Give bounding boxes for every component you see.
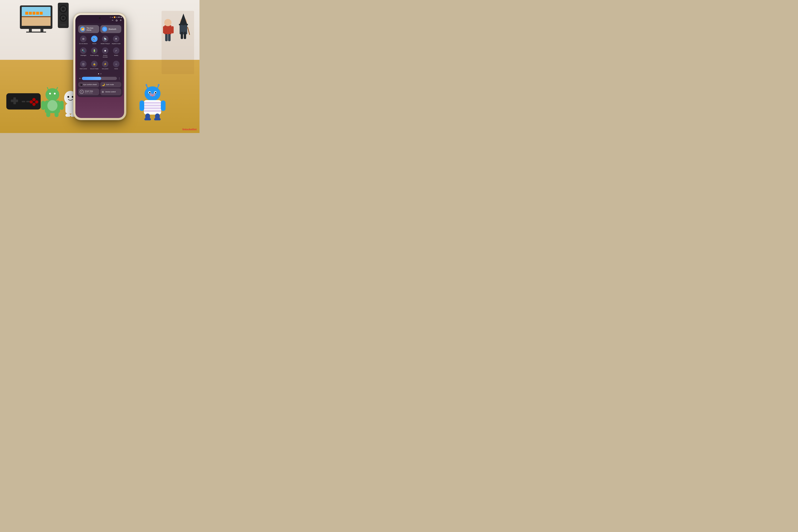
smart-view-icon: ⊙ xyxy=(80,90,84,94)
multicontrol-toggle[interactable]: ◫ Multi control xyxy=(78,60,89,71)
svg-rect-39 xyxy=(55,112,59,117)
svg-point-66 xyxy=(145,117,151,120)
hotspot-icon: 📡 xyxy=(104,38,107,40)
modes-icon-circle: ✓ xyxy=(113,48,119,54)
svg-point-42 xyxy=(68,96,69,98)
svg-rect-59 xyxy=(144,104,161,107)
svg-rect-63 xyxy=(161,100,166,111)
svg-point-27 xyxy=(30,100,33,103)
securefolder-label: Secure Folder xyxy=(90,68,98,70)
hotspot-label: Mobile Hotspot xyxy=(101,43,110,44)
home-toggle[interactable]: ⌂ Home xyxy=(111,60,121,71)
device-control-label: Device control xyxy=(106,91,116,93)
svg-point-49 xyxy=(145,87,160,101)
dnd-label: Do not disturb xyxy=(79,43,88,44)
modes-toggle[interactable]: ✓ Modes xyxy=(111,46,121,59)
dark-mode-tile[interactable]: 🌙 Dark mode xyxy=(100,82,121,87)
eye-comfort-tile[interactable]: 🌤 Eye comfort shield xyxy=(78,82,99,87)
wifi-tile[interactable]: 📶 The Iron Dome xyxy=(78,25,99,33)
cast-icon: ⊙ xyxy=(81,91,82,93)
android-blue-mascot xyxy=(138,81,167,120)
svg-rect-62 xyxy=(139,100,144,111)
watermark-text: ocket xyxy=(186,128,193,131)
nes-controller xyxy=(5,90,42,113)
svg-rect-4 xyxy=(22,17,51,26)
device-control-tile[interactable]: ⊞ Device control xyxy=(100,88,121,95)
brightness-row: ☀ ⋮ xyxy=(78,76,121,81)
bluetooth-status-icon: ⬡ xyxy=(110,16,111,18)
lesspower-label: less power xyxy=(102,68,109,70)
powersaving-toggle[interactable]: 🔋 Power saving xyxy=(89,46,99,59)
bluetooth-tile-label: Bluetooth xyxy=(109,28,116,30)
eye-comfort-icon: 🌤 xyxy=(80,83,82,86)
dnd-icon: ⊖ xyxy=(82,37,84,40)
home-icon: ⌂ xyxy=(115,63,117,65)
sound-icon-circle: 🔊 xyxy=(91,36,98,42)
svg-rect-5 xyxy=(25,12,28,15)
airplane-icon-circle: ✈ xyxy=(113,36,119,42)
sound-label: Sound xyxy=(92,43,96,44)
modes-icon: ✓ xyxy=(115,49,117,52)
lesspower-toggle[interactable]: ⚡ less power xyxy=(100,60,110,71)
edit-icon[interactable]: ✏ xyxy=(112,19,113,21)
control-panel: 📶 The Iron Dome ⬡ Bluetooth xyxy=(77,23,123,97)
dnd-toggle[interactable]: ⊖ Do not disturb xyxy=(78,35,89,45)
powersaving-label: Power saving xyxy=(90,55,98,56)
brightness-track[interactable] xyxy=(82,77,117,80)
home-icon-circle: ⌂ xyxy=(113,61,119,67)
power-icon[interactable]: ⏻ xyxy=(116,19,118,21)
brightness-menu-icon[interactable]: ⋮ xyxy=(118,77,120,80)
powersaving-icon-circle: 🔋 xyxy=(91,48,98,54)
watermark-red: lint xyxy=(193,128,196,131)
background-tv xyxy=(18,4,54,33)
flashlight-icon: 🔦 xyxy=(82,49,85,52)
screenrecorder-icon-circle: ⏺ xyxy=(102,48,109,54)
svg-point-33 xyxy=(49,93,51,95)
airplane-toggle[interactable]: ✈ Airplane mode xyxy=(111,35,121,45)
smart-view-labels: Smart View Mirror screen xyxy=(85,90,93,94)
svg-point-53 xyxy=(155,92,156,93)
bluetooth-tile[interactable]: ⬡ Bluetooth xyxy=(100,25,121,33)
flashlight-toggle[interactable]: 🔦 Flashlight xyxy=(78,46,89,59)
status-icons: ⬡ ▲ 📶 ◷ 95% ▮ xyxy=(110,16,122,18)
background-speaker xyxy=(56,2,71,29)
watermark-accent: lint xyxy=(182,128,186,131)
watermark: lintocketlint xyxy=(182,128,196,131)
bluetooth-icon: ⬡ xyxy=(103,27,106,31)
lesspower-icon-circle: ⚡ xyxy=(102,61,109,67)
wifi-status-icon: ▲ xyxy=(112,16,113,18)
svg-point-28 xyxy=(35,100,38,103)
svg-point-52 xyxy=(149,92,151,93)
svg-point-26 xyxy=(32,98,36,101)
screenrecorder-icon: ⏺ xyxy=(104,49,107,52)
svg-point-67 xyxy=(154,117,160,120)
home-label: Home xyxy=(114,68,118,70)
svg-point-16 xyxy=(62,7,65,11)
eye-comfort-label: Eye comfort shield xyxy=(83,84,97,86)
securefolder-icon-circle: 🔒 xyxy=(91,61,98,67)
qs-icons-row: ✏ ⏻ ⚙ xyxy=(75,19,124,23)
top-tiles: 📶 The Iron Dome ⬡ Bluetooth xyxy=(78,25,121,33)
svg-rect-60 xyxy=(144,107,161,109)
sound-icon: 🔊 xyxy=(93,37,96,40)
smart-view-tile[interactable]: ⊙ Smart View Mirror screen xyxy=(78,88,99,95)
securefolder-toggle[interactable]: 🔒 Secure Folder xyxy=(89,60,99,71)
settings-icon[interactable]: ⚙ xyxy=(120,19,121,21)
svg-rect-7 xyxy=(33,12,35,15)
svg-rect-6 xyxy=(29,12,32,15)
sound-toggle[interactable]: 🔊 Sound xyxy=(89,35,99,45)
svg-rect-36 xyxy=(41,101,45,110)
dnd-icon-circle: ⊖ xyxy=(80,36,87,42)
airplane-label: Airplane mode xyxy=(112,43,120,44)
svg-point-32 xyxy=(45,88,59,101)
android-green-mascot xyxy=(40,82,65,118)
device-control-icon: ⊞ xyxy=(102,90,104,93)
svg-rect-61 xyxy=(144,110,161,112)
wifi-tile-icon: 📶 xyxy=(80,26,85,32)
brightness-fill xyxy=(82,77,101,80)
svg-point-40 xyxy=(48,100,57,111)
svg-rect-24 xyxy=(22,101,25,102)
hotspot-toggle[interactable]: 📡 Mobile Hotspot xyxy=(100,35,110,45)
screenrecorder-toggle[interactable]: ⏺ Screen recorder xyxy=(100,46,110,59)
multicontrol-icon: ◫ xyxy=(82,63,84,65)
